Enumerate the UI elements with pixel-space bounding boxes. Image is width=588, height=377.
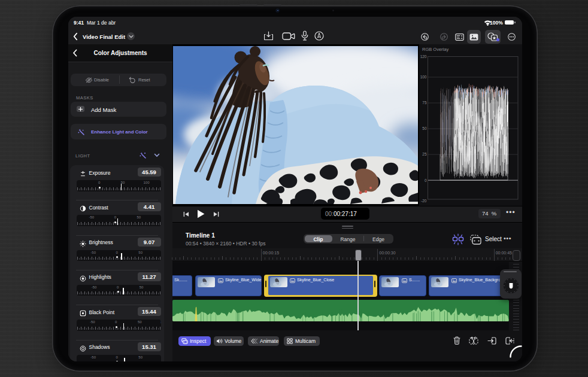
svg-text:0: 0 (425, 178, 427, 183)
svg-text:-20: -20 (421, 199, 427, 203)
svg-text:120: 120 (420, 54, 427, 59)
svg-text:75: 75 (422, 101, 427, 105)
svg-text:100: 100 (420, 75, 427, 79)
svg-text:RGB Overlay: RGB Overlay (422, 47, 448, 52)
svg-text:25: 25 (422, 152, 427, 156)
svg-text:50: 50 (422, 126, 427, 130)
